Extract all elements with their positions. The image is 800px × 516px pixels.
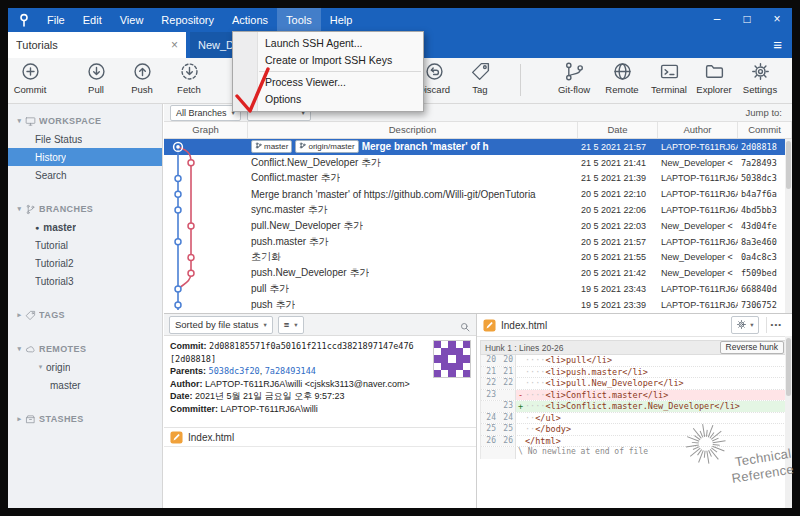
hamburger-menu-icon[interactable]: ≡: [773, 32, 782, 58]
commit-author: New_Developer <: [658, 221, 738, 231]
commit-row[interactable]: Conflict.master 추가21 5 2021 21:39LAPTOP-…: [164, 171, 792, 187]
sidebar-section-branches[interactable]: ▾BRANCHES: [8, 200, 162, 218]
chevron-down-icon: ▾: [263, 321, 266, 329]
close-button[interactable]: ×: [762, 8, 792, 32]
menu-item-create-or-import-ssh-keys[interactable]: Create or Import SSH Keys: [233, 52, 423, 69]
sidebar-item-tutorial[interactable]: Tutorial: [8, 236, 162, 254]
commit-author: LAPTOP-T611RJ6A: [658, 205, 738, 215]
sidebar-item-tutorial2[interactable]: Tutorial2: [8, 254, 162, 272]
commit-row[interactable]: push 추가19 5 2021 23:39LAPTOP-T611RJ6A730…: [164, 297, 792, 313]
sidebar-item-search[interactable]: Search: [8, 166, 162, 184]
commit-date: 20 5 2021 22:06: [578, 205, 658, 215]
code-text: </body>: [535, 424, 571, 435]
commit-row[interactable]: pull 추가19 5 2021 23:43LAPTOP-T611RJ6A668…: [164, 281, 792, 297]
tab-close-icon[interactable]: ×: [171, 38, 178, 52]
parent-commit-link[interactable]: 7a28493144: [265, 366, 316, 376]
sourcetree-window: FileEditViewRepositoryActionsToolsHelp –…: [8, 8, 792, 508]
toolbar-fetch-button[interactable]: Fetch: [161, 61, 217, 95]
sidebar-item-history[interactable]: History: [8, 148, 162, 166]
scrollbar-thumb[interactable]: [786, 338, 791, 396]
more-options-button[interactable]: •••: [766, 317, 786, 333]
commit-row[interactable]: pull.New_Developer 추가20 5 2021 22:03New_…: [164, 218, 792, 234]
menubar-item-view[interactable]: View: [111, 8, 153, 32]
commit-row[interactable]: 초기화20 5 2021 21:55New_Developer <0a4c8c3: [164, 250, 792, 266]
column-header-graph[interactable]: Graph: [164, 122, 248, 138]
committer-label: Committer:: [170, 404, 218, 414]
commit-table-header: GraphDescriptionDateAuthorCommit: [164, 122, 792, 139]
commit-row[interactable]: Conflict.New_Developer 추가21 5 2021 21:41…: [164, 155, 792, 171]
sidebar-item-origin[interactable]: ▾origin: [8, 358, 162, 376]
parent-commit-link[interactable]: 5038dc3f20: [209, 366, 260, 376]
maximize-button[interactable]: □: [732, 8, 762, 32]
reverse-hunk-button[interactable]: Reverse hunk: [720, 341, 784, 354]
menubar-item-actions[interactable]: Actions: [223, 8, 277, 32]
titlebar: FileEditViewRepositoryActionsToolsHelp –…: [8, 8, 792, 32]
sidebar-section-stashes[interactable]: ▸STASHES: [8, 410, 162, 428]
sidebar-item-master[interactable]: master: [8, 376, 162, 394]
toolbar-settings-button[interactable]: Settings: [732, 61, 788, 95]
minimize-button[interactable]: –: [702, 8, 732, 32]
branch-filter-dropdown[interactable]: All Branches ▾: [170, 105, 241, 121]
commit-row[interactable]: Merge branch 'master' of https://github.…: [164, 186, 792, 202]
menubar-item-tools[interactable]: Tools: [277, 8, 321, 32]
tab-tutorials[interactable]: Tutorials ×: [8, 32, 186, 58]
diff-line: 2222 ····<li>pull.New_Developer</li>: [481, 378, 788, 390]
commit-short-hash: [2d08818]: [170, 353, 428, 366]
column-header-author[interactable]: Author: [658, 122, 738, 138]
commit-row[interactable]: masterorigin/masterMerge branch 'master'…: [164, 139, 792, 155]
sort-label: Sorted by file status: [175, 319, 258, 330]
column-header-description[interactable]: Description: [248, 122, 578, 138]
avatar: [433, 340, 471, 378]
commit-details: Commit: 2d088185571f0a50161f211ccd382189…: [164, 336, 476, 428]
current-branch-dot: ●: [35, 224, 39, 231]
sidebar-item-file-status[interactable]: File Status: [8, 130, 162, 148]
menu-item-options[interactable]: Options: [233, 91, 423, 108]
toolbar-commit-button[interactable]: Commit: [2, 61, 58, 95]
menubar-item-repository[interactable]: Repository: [152, 8, 223, 32]
menubar-item-file[interactable]: File: [38, 8, 74, 32]
sidebar-item-master[interactable]: ●master: [8, 218, 162, 236]
old-line-number: [481, 401, 498, 412]
sidebar-section-tags[interactable]: ▸TAGS: [8, 306, 162, 324]
commits-scrollbar[interactable]: [785, 139, 792, 313]
menubar-item-edit[interactable]: Edit: [74, 8, 111, 32]
whitespace-dots: ····: [525, 355, 545, 366]
commit-date: 21 5 2021 21:41: [578, 158, 658, 168]
old-line-number: 21: [481, 367, 498, 378]
code-text: <li>Conflict.master</li>: [545, 390, 668, 401]
diff-scrollbar[interactable]: [785, 336, 792, 508]
sidebar-label: REMOTES: [39, 344, 86, 354]
commit-table: masterorigin/masterMerge branch 'master'…: [164, 139, 792, 313]
new-line-number: 24: [498, 413, 516, 424]
column-header-commit[interactable]: Commit: [738, 122, 792, 138]
menubar-item-help[interactable]: Help: [321, 8, 362, 32]
sidebar-item-tutorial3[interactable]: Tutorial3: [8, 272, 162, 290]
toolbar-tag-button[interactable]: Tag: [452, 61, 508, 95]
branch-filter-label: All Branches: [176, 108, 227, 118]
scrollbar-thumb[interactable]: [786, 141, 791, 189]
sort-dropdown[interactable]: Sorted by file status ▾: [169, 316, 273, 334]
diff-marker: [518, 367, 525, 378]
diff-options-button[interactable]: ▾: [731, 316, 758, 334]
search-icon[interactable]: [459, 319, 471, 331]
file-list-item[interactable]: Index.html: [164, 428, 476, 447]
commit-description: push.master 추가: [248, 235, 578, 249]
diff-marker: [518, 436, 525, 447]
diff-code: -····<li>Conflict.master</li>: [516, 390, 788, 401]
list-options-dropdown[interactable]: ≡ ▾: [278, 316, 304, 334]
column-header-date[interactable]: Date: [578, 122, 658, 138]
sidebar-section-remotes[interactable]: ▾REMOTES: [8, 340, 162, 358]
commit-row[interactable]: sync.master 추가20 5 2021 22:06LAPTOP-T611…: [164, 202, 792, 218]
menu-item-launch-ssh-agent[interactable]: Launch SSH Agent...: [233, 35, 423, 52]
commit-row[interactable]: push.New_Developer 추가20 5 2021 21:42New_…: [164, 265, 792, 281]
commit-description: push.New_Developer 추가: [248, 266, 578, 280]
commit-full-hash: 2d088185571f0a50161f211ccd3821897147e476: [209, 341, 414, 351]
diff-line: 2121 ····<li>push.master</li>: [481, 367, 788, 379]
date-label: Date:: [170, 391, 193, 401]
sidebar-label: Tutorial3: [35, 276, 74, 287]
commit-row[interactable]: push.master 추가20 5 2021 21:57LAPTOP-T611…: [164, 234, 792, 250]
old-line-number: 23: [481, 390, 498, 401]
menu-item-process-viewer[interactable]: Process Viewer...: [233, 74, 423, 91]
sidebar-section-workspace[interactable]: ▾WORKSPACE: [8, 112, 162, 130]
description-text: Merge branch 'master' of h: [362, 141, 489, 152]
